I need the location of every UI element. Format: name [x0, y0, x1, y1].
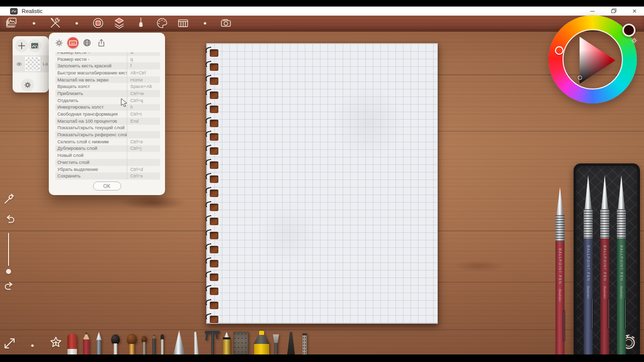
tools-icon[interactable] — [49, 17, 62, 30]
tab-language-globe-icon[interactable] — [82, 37, 93, 48]
tool-marker-red[interactable] — [67, 333, 77, 354]
shortcut-row[interactable]: СохранитьCtrl+s — [55, 172, 160, 179]
shortcut-row[interactable]: Размер кисти -q — [55, 56, 160, 63]
tool-highlighter[interactable] — [254, 331, 270, 354]
shortcut-action: Убрать выделение — [55, 167, 127, 172]
shortcut-keys: Ctrl+d — [127, 166, 160, 173]
pen-red-pen[interactable]: BALLPOINT PENRealistic — [600, 175, 609, 362]
ok-button[interactable]: OK — [93, 182, 121, 191]
minimize-button[interactable] — [587, 7, 598, 15]
spiral-hole — [210, 190, 218, 197]
layer-row[interactable]: La — [13, 55, 49, 72]
shortcuts-table: Размер кисти +wРазмер кисти -qЗаполнить … — [55, 52, 160, 180]
shortcut-keys: Home — [127, 76, 160, 83]
layer-thumbnail[interactable] — [25, 57, 40, 71]
brush-icon[interactable] — [134, 17, 147, 30]
shortcut-row[interactable]: Свободная трансформацияCtrl+t — [55, 111, 160, 118]
layers-icon[interactable] — [113, 17, 126, 30]
shortcut-row[interactable]: Вращать холстSpace+Alt — [55, 83, 160, 90]
bottom-letterbox — [0, 354, 644, 362]
shortcut-row[interactable]: Дублировать слойCtrl+j — [55, 145, 160, 152]
size-slider[interactable] — [8, 233, 9, 266]
columns-icon[interactable] — [177, 17, 190, 30]
eyedropper-icon[interactable] — [3, 192, 16, 205]
layers-panel: La — [13, 36, 49, 93]
shortcut-row[interactable]: Масштаб на весь экранHome — [55, 76, 160, 83]
camera-icon[interactable] — [219, 17, 232, 30]
shortcut-row[interactable]: Показать/скрыть референс слой — [55, 131, 160, 138]
pen-green-pen[interactable]: BALLPOINT PENRealistic — [617, 175, 626, 362]
tool-file-metal[interactable] — [233, 332, 249, 354]
layer-visibility-eye-icon[interactable] — [16, 62, 22, 66]
pen-brand: Realistic — [620, 286, 623, 299]
mouse-cursor — [121, 98, 127, 110]
shortcut-keys: Ctrl+e — [127, 138, 160, 145]
tool-pencil-red[interactable] — [83, 332, 90, 354]
shortcut-row[interactable]: Очистить слой — [55, 159, 160, 166]
pen-brand: Realistic — [558, 289, 562, 302]
tool-brush-flat[interactable] — [271, 334, 281, 354]
pen-tip — [555, 187, 565, 215]
star-add-icon[interactable] — [48, 335, 63, 350]
tab-settings-gear-icon[interactable] — [53, 37, 64, 48]
tool-caliper[interactable] — [204, 330, 220, 354]
current-color-swatch[interactable] — [622, 24, 635, 37]
shortcut-row[interactable]: Новый слой — [55, 152, 160, 159]
pen-red-pen[interactable]: BALLPOINT PENRealistic — [555, 187, 565, 362]
redo-icon[interactable] — [3, 280, 16, 293]
pen-engraving: BALLPOINT PEN — [587, 245, 590, 282]
color-settings-gear-icon[interactable] — [630, 37, 638, 44]
tool-pen-gold[interactable] — [222, 332, 231, 354]
layer-settings-gear-icon[interactable] — [21, 78, 34, 92]
tab-share-export-icon[interactable] — [96, 37, 107, 48]
close-button[interactable]: ✕ — [629, 7, 640, 15]
size-slider-knob[interactable] — [6, 269, 11, 274]
tool-stick-charcoal[interactable] — [302, 333, 307, 354]
pen-navy-pen[interactable]: BALLPOINT PENRealistic — [584, 175, 593, 362]
shortcut-row[interactable]: ПриблизитьCtrl+w — [55, 90, 160, 97]
tool-cone-metal[interactable] — [173, 330, 185, 354]
gallery-icon[interactable] — [5, 17, 18, 30]
shortcut-action: Быстрое масштабирование кисти — [55, 70, 127, 75]
spiral-hole — [210, 120, 218, 127]
shortcut-row[interactable]: Заполнить кисть краскойf — [55, 62, 160, 69]
shortcut-action: Склеить слой с нижним — [55, 139, 127, 144]
shortcut-row[interactable]: Размер кисти +w — [55, 52, 160, 56]
add-layer-button[interactable] — [15, 39, 28, 52]
tool-knife[interactable] — [192, 332, 200, 354]
shortcut-row[interactable]: Быстрое масштабирование кистиAlt+Ctrl — [55, 69, 160, 76]
palette-icon[interactable] — [155, 17, 169, 30]
shortcut-keys: Ctrl+s — [127, 172, 160, 179]
shortcut-row[interactable]: Склеить слой с нижнимCtrl+e — [55, 138, 160, 145]
tool-brush-round-brown[interactable] — [127, 334, 137, 354]
sv-selector[interactable] — [578, 75, 582, 80]
tool-pencil-thin[interactable] — [152, 334, 156, 354]
import-image-button[interactable] — [28, 39, 41, 52]
shortcut-row[interactable]: Инвертировать холстh — [55, 104, 160, 111]
pen-engraving: BALLPOINT PEN — [620, 245, 623, 282]
drawing-canvas[interactable] — [206, 43, 438, 324]
shortcut-row[interactable]: ОтдалитьCtrl+q — [55, 97, 160, 104]
tool-spatula[interactable] — [286, 332, 296, 354]
tool-brush-small[interactable] — [141, 336, 147, 354]
app-icon — [10, 8, 18, 15]
undo-icon[interactable] — [3, 213, 16, 226]
tool-brush-round-black[interactable] — [111, 334, 120, 354]
shortcut-row[interactable]: Убрать выделениеCtrl+d — [55, 166, 160, 173]
record-icon[interactable] — [92, 17, 105, 30]
shortcut-row[interactable]: Масштаб на 100 процентовEnd — [55, 118, 160, 125]
pen-clip — [624, 298, 626, 329]
shortcut-action: Сохранить — [55, 173, 127, 178]
tool-pencil-mech[interactable] — [95, 332, 103, 354]
separator-dot — [75, 22, 78, 25]
shortcut-keys: f — [127, 62, 160, 69]
shortcut-action: Заполнить кисть краской — [55, 63, 127, 68]
window-title: Realistic — [22, 8, 43, 14]
expand-icon[interactable] — [3, 337, 16, 351]
shortcut-keys — [127, 152, 160, 159]
tool-brush-thin[interactable] — [160, 334, 165, 354]
hue-selector[interactable] — [555, 46, 564, 55]
restore-button[interactable] — [608, 7, 619, 15]
tab-shortcuts-keyboard-icon[interactable] — [67, 37, 78, 48]
shortcut-row[interactable]: Показать/скрыть текущий слой — [55, 125, 160, 132]
